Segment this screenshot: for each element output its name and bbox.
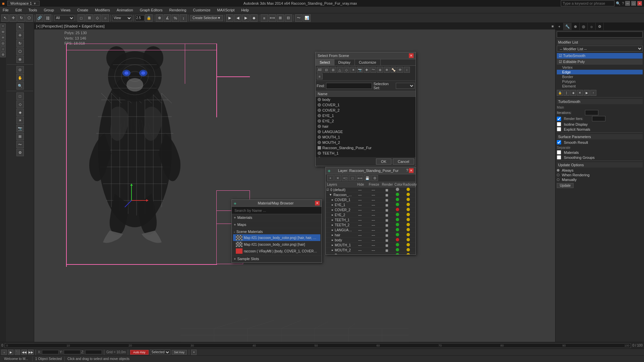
system-tool[interactable]: ⚙ [16, 149, 24, 156]
workspace-dropdown-arrow[interactable]: ▼ [33, 2, 37, 5]
materials-checkbox[interactable] [557, 150, 561, 155]
show-end-btn[interactable]: | [564, 90, 570, 96]
dlg-geo-btn[interactable]: △ [337, 67, 343, 73]
layer-add-sel-btn[interactable]: +□ [342, 175, 348, 181]
tool-scale[interactable]: ⬠ [25, 14, 33, 22]
z-coord[interactable] [85, 350, 102, 354]
isoline-checkbox[interactable] [557, 122, 561, 126]
layer-item-hair[interactable]: ▸ hair --- --- ▩ [326, 233, 416, 238]
workspace-tab[interactable]: Workspace 1 ▼ [7, 1, 40, 6]
list-item-cover1[interactable]: COVER_1 [316, 102, 416, 108]
dlg-hidden-btn[interactable]: 👁 [397, 67, 403, 73]
layer-item-raccoon[interactable]: ▼ Raccoon_St...Pos --- --- ▩ [326, 192, 416, 197]
key-btn[interactable]: ◆ [250, 14, 258, 22]
menu-customize[interactable]: Customize [192, 7, 212, 13]
dialog-tab-display[interactable]: Display [334, 59, 355, 65]
menu-tools[interactable]: Tools [27, 7, 39, 13]
dlg-invert-btn[interactable]: ⊞ [330, 67, 336, 73]
pan-tool[interactable]: ✋ [16, 74, 24, 81]
list-item-body[interactable]: body [316, 97, 416, 102]
lock-stack-btn[interactable]: 🔒 [557, 90, 563, 96]
list-item-teeth1[interactable]: TEETH_1 [316, 150, 416, 156]
when-rendering-radio[interactable] [557, 174, 559, 176]
layer-item-mouth1[interactable]: ▸ MOUTH_1 --- --- ▩ [326, 243, 416, 248]
tool-paint[interactable]: ○ [102, 14, 109, 22]
minimize-button[interactable]: ─ [625, 1, 630, 6]
list-item-language[interactable]: LANGUAGE [316, 129, 416, 134]
dialog-list[interactable]: body COVER_1 COVER_2 EYE_1 EYE_2 hair LA… [316, 97, 416, 157]
dialog-tab-customize[interactable]: Customize [355, 59, 381, 65]
y-coord[interactable] [64, 350, 80, 354]
layer-item-body[interactable]: ▸ body --- --- ▩ [326, 238, 416, 243]
layer-item-cover2[interactable]: ▸ COVER_2 --- --- ▩ [326, 207, 416, 213]
list-item-raccoon[interactable]: Raccoon_Standing_Pose_Fur [316, 145, 416, 150]
layer-item-language[interactable]: ▸ LANGUAGE --- --- ▩ [326, 228, 416, 233]
array-btn[interactable]: ⊞ [277, 14, 284, 22]
scale-tool[interactable]: ⬠ [16, 48, 24, 55]
sub-element[interactable]: Element [557, 84, 643, 88]
list-item-eye2[interactable]: EYE_2 [316, 118, 416, 124]
layer-merge-btn[interactable]: ⟺ [357, 175, 363, 181]
layer-item-cover1[interactable]: ▸ COVER_1 --- --- ▩ [326, 197, 416, 202]
rp-tab-hierarchy[interactable]: ⊕ [572, 23, 580, 30]
dlg-all-btn[interactable]: All [317, 67, 323, 73]
snap-btn[interactable]: ⊕ [156, 14, 163, 22]
menu-graph-editors[interactable]: Graph Editors [139, 7, 164, 13]
layer-body-color[interactable] [393, 238, 401, 242]
update-button[interactable]: Update [557, 183, 574, 188]
menu-views[interactable]: Views [59, 7, 72, 13]
smooth-result-checkbox[interactable] [557, 140, 561, 144]
layer-btn[interactable]: ≡ [261, 14, 268, 22]
dialog-close-btn[interactable]: ✕ [409, 53, 414, 58]
curve-btn[interactable]: 〜 [295, 14, 303, 22]
mat-item-1[interactable]: Map #21 (raccoon_body_color.png) [hair, … [233, 234, 320, 241]
auto-key-btn[interactable]: Auto Key [130, 350, 149, 355]
sub-polygon[interactable]: Polygon [557, 79, 643, 84]
rp-tab-display[interactable]: ☼ [588, 23, 596, 30]
layer-item-raccoon-f[interactable]: ▸ Raccoon_St...g_f --- --- ▩ [326, 253, 416, 254]
mat-item-2[interactable]: Map #21 (raccoon_body_color.png) [hair] [233, 241, 320, 248]
dlg-warp-btn[interactable]: 〜 [370, 67, 376, 73]
mirror-btn[interactable]: ⟺ [269, 14, 276, 22]
layer-mouth2-color[interactable] [393, 248, 401, 252]
layer-teeth1-color[interactable] [393, 218, 401, 222]
layer-save-btn[interactable]: 💾 [364, 175, 371, 181]
play-btn[interactable]: ▶ [226, 14, 233, 22]
layer-mouth1-color[interactable] [393, 243, 401, 247]
left-mod-btn[interactable]: M [0, 29, 6, 35]
prev-btn[interactable]: ◀ [234, 14, 241, 22]
layer-cover1-color[interactable] [393, 198, 401, 202]
create-selection-btn[interactable]: Create Selection▼ [190, 15, 223, 21]
close-button[interactable]: ✕ [637, 1, 642, 6]
layer-help-btn[interactable]: ? [406, 168, 408, 173]
tool-select-region[interactable]: ⊞ [86, 14, 93, 22]
left-display-btn[interactable]: ☼ [0, 46, 6, 52]
material-tool[interactable]: ◈ [16, 109, 24, 116]
layer-teeth2-color[interactable] [393, 223, 401, 227]
key-mode-btn[interactable]: ⬦ [1, 350, 7, 355]
sub-edge[interactable]: Edge [557, 70, 643, 74]
zoom-tool[interactable]: 🔍 [16, 82, 24, 89]
create-tool[interactable]: □ [16, 93, 24, 100]
snap-tool[interactable]: ⊕ [16, 56, 24, 63]
menu-maxscript[interactable]: MAXScript [216, 7, 236, 13]
remove-mod-btn[interactable]: ✕ [577, 90, 583, 96]
render-iters-checkbox[interactable] [557, 117, 561, 121]
menu-rendering[interactable]: Rendering [168, 7, 188, 13]
cancel-button[interactable]: Cancel [393, 159, 414, 165]
left-hier-btn[interactable]: H [0, 35, 6, 40]
list-item-hair[interactable]: hair [316, 124, 416, 129]
dlg-light-btn[interactable]: ☀ [350, 67, 356, 73]
make-unique-btn[interactable]: ◈ [570, 90, 576, 96]
menu-file[interactable]: File [1, 7, 10, 13]
mat-section-maps-header[interactable]: + Maps [233, 222, 320, 227]
layer-item-eye2[interactable]: ▸ EYE_2 --- --- ▩ [326, 213, 416, 218]
layer-sel-objs-btn[interactable]: □ [349, 175, 356, 181]
helper-tool[interactable]: ⊞ [16, 133, 24, 140]
maximize-button[interactable]: □ [631, 1, 636, 6]
layer-eye1-color[interactable] [393, 203, 401, 207]
ok-button[interactable]: OK [376, 159, 391, 165]
layer-cover2-color[interactable] [393, 208, 401, 212]
layer-raccoon-color[interactable] [393, 193, 401, 197]
mat-section-materials-header[interactable]: + Materials [233, 215, 320, 220]
